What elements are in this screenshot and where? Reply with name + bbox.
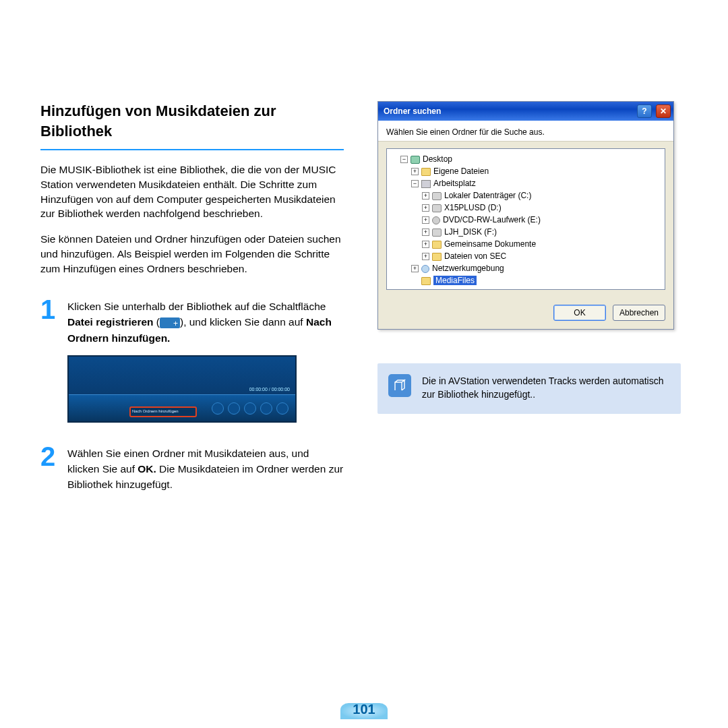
expand-icon[interactable]: + xyxy=(422,253,429,260)
step-1: 1 Klicken Sie unterhalb der Bibliothek a… xyxy=(40,296,344,346)
tree-node-desktop[interactable]: Desktop xyxy=(423,154,452,164)
intro-paragraph-2: Sie können Dateien und Ordner hinzufügen… xyxy=(40,232,344,276)
intro-paragraph-1: Die MUSIK-Bibliothek ist eine Bibliothek… xyxy=(40,162,344,221)
add-by-folder-highlight: Nach Ordnern hinzufügen xyxy=(129,406,197,417)
drive-icon xyxy=(432,229,442,237)
folder-browse-dialog: Ordner suchen ? ✕ Wählen Sie einen Ordne… xyxy=(377,101,674,330)
player-screenshot: 00:00:00 / 00:00:00 Nach Ordnern hinzufü… xyxy=(67,355,297,423)
tree-node-selected[interactable]: MediaFiles xyxy=(433,276,477,285)
step-text-part: ), und klicken Sie dann auf xyxy=(180,316,306,328)
ok-button[interactable]: OK xyxy=(553,305,606,321)
step-number: 2 xyxy=(40,443,59,493)
folder-tree[interactable]: −Desktop +Eigene Dateien −Arbeitsplatz +… xyxy=(386,148,665,290)
add-by-folder-label: Nach Ordnern hinzufügen xyxy=(132,409,179,413)
tree-node[interactable]: Dateien von SEC xyxy=(444,251,506,261)
player-control-icon xyxy=(244,402,256,415)
note-icon xyxy=(388,374,411,397)
folder-icon xyxy=(421,168,431,176)
tree-node[interactable]: LJH_DISK (F:) xyxy=(444,227,497,237)
dialog-titlebar: Ordner suchen ? ✕ xyxy=(378,102,673,121)
player-control-icon xyxy=(212,402,224,415)
player-timecode: 00:00:00 / 00:00:00 xyxy=(249,387,290,392)
expand-icon[interactable]: + xyxy=(411,168,419,175)
expand-icon[interactable]: + xyxy=(422,204,429,212)
expand-icon[interactable]: + xyxy=(422,216,429,224)
tree-node[interactable]: Gemeinsame Dokumente xyxy=(444,239,536,249)
register-file-icon xyxy=(160,317,180,328)
cancel-button[interactable]: Abbrechen xyxy=(613,305,665,321)
step-text-bold: OK. xyxy=(138,463,156,475)
dialog-instruction: Wählen Sie einen Ordner für die Suche au… xyxy=(378,121,673,142)
expand-icon[interactable]: − xyxy=(400,156,408,163)
desktop-icon xyxy=(411,156,420,164)
cd-drive-icon xyxy=(432,216,440,224)
player-control-icon xyxy=(228,402,240,415)
player-control-icon xyxy=(276,402,289,415)
step-text-part: ( xyxy=(154,316,160,328)
step-text: Wählen Sie einen Ordner mit Musikdateien… xyxy=(67,443,344,493)
step-text: Klicken Sie unterhalb der Bibliothek auf… xyxy=(67,296,344,346)
tree-node[interactable]: Netzwerkumgebung xyxy=(432,264,504,273)
page-number-badge: 101 xyxy=(340,703,388,717)
page-number: 101 xyxy=(340,702,388,717)
folder-icon xyxy=(421,277,431,285)
expand-icon[interactable]: + xyxy=(422,192,429,200)
step-number: 1 xyxy=(40,296,59,346)
expand-icon[interactable]: + xyxy=(411,265,419,272)
step-text-bold: Datei registrieren xyxy=(67,316,154,328)
close-button[interactable]: ✕ xyxy=(656,104,671,118)
tree-node[interactable]: DVD/CD-RW-Laufwerk (E:) xyxy=(443,215,541,224)
expand-icon[interactable]: − xyxy=(411,180,419,187)
folder-icon xyxy=(432,253,442,261)
player-control-icon xyxy=(260,402,272,415)
step-text-part: Klicken Sie unterhalb der Bibliothek auf… xyxy=(67,301,326,312)
tree-node[interactable]: Lokaler Datenträger (C:) xyxy=(444,191,531,200)
computer-icon xyxy=(421,180,431,188)
drive-icon xyxy=(432,204,442,212)
drive-icon xyxy=(432,192,442,200)
tree-node[interactable]: X15PLUSD (D:) xyxy=(444,203,502,212)
network-icon xyxy=(421,265,429,273)
expand-icon[interactable]: + xyxy=(422,229,429,236)
step-2: 2 Wählen Sie einen Ordner mit Musikdatei… xyxy=(40,443,344,493)
page-title: Hinzufügen von Musikdateien zur Biblioth… xyxy=(40,101,344,150)
folder-icon xyxy=(432,241,442,249)
tree-node[interactable]: Arbeitsplatz xyxy=(433,179,476,188)
help-button[interactable]: ? xyxy=(637,104,652,118)
expand-icon[interactable]: + xyxy=(422,241,429,248)
note-box: Die in AVStation verwendeten Tracks werd… xyxy=(377,363,681,414)
tree-node[interactable]: Eigene Dateien xyxy=(433,166,489,176)
note-text: Die in AVStation verwendeten Tracks werd… xyxy=(422,374,669,402)
dialog-title: Ordner suchen xyxy=(384,107,441,116)
